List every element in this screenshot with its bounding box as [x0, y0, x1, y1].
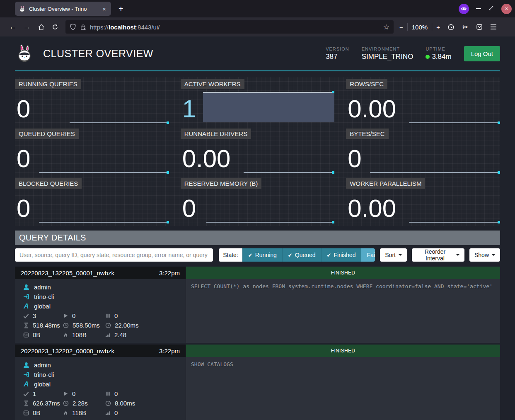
- running-splits-icon: [63, 391, 68, 396]
- filter-running-button[interactable]: ✔ Running: [242, 248, 282, 262]
- filter-finished-button[interactable]: ✔ Finished: [321, 248, 361, 262]
- peak-memory-icon: [63, 410, 68, 416]
- filter-failed-dropdown[interactable]: Failed: [361, 248, 375, 262]
- trino-favicon: [19, 5, 26, 12]
- query-time: 3:22pm: [159, 269, 180, 277]
- user-icon: [23, 362, 29, 368]
- check-icon: ✔: [327, 252, 331, 258]
- current-memory-icon: [23, 410, 29, 416]
- back-button[interactable]: ←: [6, 22, 20, 32]
- window-restore-button[interactable]: [488, 5, 494, 13]
- stat-card-worker-parallelism: WORKER PARALLELISM 0.00: [346, 176, 500, 226]
- query-sql-text: SELECT COUNT(*) as nodes FROM system.run…: [186, 279, 500, 343]
- lock-warning-icon[interactable]: [80, 24, 86, 30]
- sparkline-dot: [498, 121, 500, 124]
- query-details-header: QUERY DETAILS: [15, 231, 500, 245]
- stat-value: 0.00: [348, 97, 396, 121]
- tab-title: Cluster Overview - Trino: [29, 6, 101, 12]
- browser-tab[interactable]: Cluster Overview - Trino ×: [15, 2, 111, 16]
- reload-button[interactable]: [48, 24, 62, 30]
- elapsed-time-icon: [23, 401, 29, 406]
- user-icon: [23, 284, 29, 290]
- tab-close-icon[interactable]: ×: [101, 5, 107, 12]
- window-controls: ×: [459, 0, 512, 17]
- uptime-status-dot: [426, 55, 430, 59]
- zoom-out-button[interactable]: −: [399, 24, 403, 31]
- sparkline-dot: [167, 221, 169, 223]
- execution-time-icon: [105, 401, 111, 406]
- parallelism-icon: [105, 410, 111, 415]
- stat-card-active-workers: ACTIVE WORKERS 1: [181, 77, 335, 126]
- query-row-body: admin trino-cli Aglobal 3 0 0 518.48ms 5…: [15, 279, 500, 343]
- cpu-time-icon: [63, 323, 69, 328]
- sparkline-dot: [167, 121, 169, 124]
- chevron-down-icon: [456, 254, 459, 256]
- zoom-in-button[interactable]: +: [436, 24, 440, 31]
- stat-value: 0: [17, 196, 30, 221]
- history-button[interactable]: [444, 24, 458, 31]
- trino-logo: [15, 44, 34, 63]
- stat-value: 0.00: [348, 196, 396, 221]
- forward-button[interactable]: →: [20, 22, 34, 32]
- stat-label: BLOCKED QUERIES: [15, 178, 82, 189]
- state-filter-group: State: ✔ Running ✔ Queued ✔ Finished Fai…: [219, 248, 375, 262]
- home-button[interactable]: [34, 24, 48, 31]
- query-source: trino-cli: [34, 293, 54, 300]
- tracking-shield-icon[interactable]: [70, 24, 76, 30]
- sparkline: [70, 122, 168, 123]
- query-filter-row: State: ✔ Running ✔ Queued ✔ Finished Fai…: [15, 248, 500, 262]
- sparkline-dot: [167, 171, 169, 174]
- stat-value: 0.00: [182, 146, 231, 171]
- completed-splits-icon: [23, 391, 29, 397]
- stat-label: ACTIVE WORKERS: [181, 79, 244, 89]
- sparkline-dot: [498, 221, 500, 223]
- elapsed-time-icon: [23, 323, 29, 328]
- queued-splits-icon: [105, 391, 111, 396]
- stat-card-bytes-sec: BYTES/SEC 0: [346, 126, 500, 176]
- state-filter-label: State:: [219, 248, 242, 262]
- stat-value: 0: [182, 196, 196, 221]
- resource-group-icon: A: [23, 380, 29, 388]
- bookmark-star-icon[interactable]: ☆: [383, 23, 389, 32]
- stat-label: WORKER PARALLELISM: [346, 178, 425, 189]
- stat-card-runnable-drivers: RUNNABLE DRIVERS 0.00: [181, 126, 335, 176]
- stat-card-blocked-queries: BLOCKED QUERIES 0: [15, 176, 169, 226]
- zoom-level[interactable]: 100%: [412, 24, 428, 31]
- menu-button[interactable]: [486, 24, 500, 29]
- stat-card-rows-sec: ROWS/SEC 0.00: [346, 77, 500, 126]
- queued-splits-icon: [105, 313, 111, 318]
- uptime-info: UPTIME 3.84m: [426, 46, 451, 61]
- query-search-input[interactable]: [15, 248, 213, 262]
- query-user: admin: [34, 284, 51, 291]
- filter-queued-button[interactable]: ✔ Queued: [282, 248, 321, 262]
- window-close-button[interactable]: ×: [501, 4, 512, 14]
- logout-button[interactable]: Log Out: [464, 46, 500, 61]
- url-bar[interactable]: https://localhost:8443/ui/ ☆: [65, 20, 394, 34]
- browser-tab-bar: Cluster Overview - Trino × + ×: [0, 0, 515, 17]
- cluster-stats-grid: RUNNING QUERIES 0 ACTIVE WORKERS 1 ROWS/…: [15, 77, 500, 226]
- stat-value: 1: [182, 97, 196, 121]
- query-sql-text: SHOW CATALOGS: [186, 357, 500, 420]
- query-resource-group: global: [34, 303, 51, 310]
- query-row-body: admin trino-cli Aglobal 1 0 0 626.37ms 2…: [15, 357, 500, 420]
- sort-dropdown[interactable]: Sort: [380, 248, 407, 262]
- chevron-down-icon: [399, 254, 402, 256]
- new-tab-button[interactable]: +: [118, 4, 123, 14]
- query-id-link[interactable]: 20220823_132205_00001_nwbzk: [21, 269, 114, 277]
- stat-label: BYTES/SEC: [346, 129, 388, 139]
- reorder-interval-dropdown[interactable]: Reorder Interval: [412, 248, 464, 262]
- url-text: https://localhost:8443/ui/: [90, 24, 160, 31]
- screenshot-scissors-icon[interactable]: ✂: [458, 23, 472, 31]
- sparkline-dot: [498, 171, 500, 174]
- check-icon: ✔: [248, 252, 253, 258]
- show-dropdown[interactable]: Show: [469, 248, 500, 262]
- pocket-button[interactable]: [472, 24, 486, 30]
- window-minimize-button[interactable]: [476, 8, 481, 9]
- stat-card-running-queries: RUNNING QUERIES 0: [15, 77, 169, 126]
- zoom-controls: − 100% +: [399, 23, 440, 31]
- cluster-header: CLUSTER OVERVIEW VERSION 387 ENVIRONMENT…: [15, 36, 500, 71]
- query-id-link[interactable]: 20220823_132202_00000_nwbzk: [21, 347, 114, 354]
- page-title: CLUSTER OVERVIEW: [43, 48, 153, 60]
- stat-value: 0: [17, 97, 30, 121]
- stat-label: RESERVED MEMORY (B): [181, 178, 262, 189]
